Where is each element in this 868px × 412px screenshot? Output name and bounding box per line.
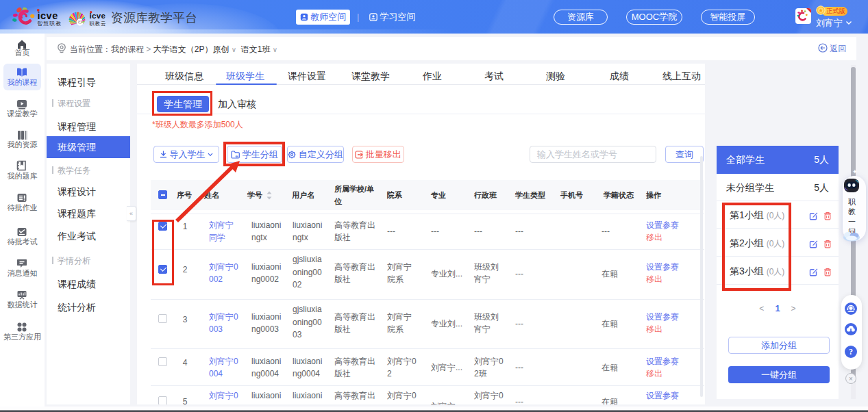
svg-text:职教云: 职教云 (90, 21, 107, 27)
svg-text:icve: icve (90, 12, 106, 20)
svg-text:智慧职教: 智慧职教 (37, 21, 62, 27)
